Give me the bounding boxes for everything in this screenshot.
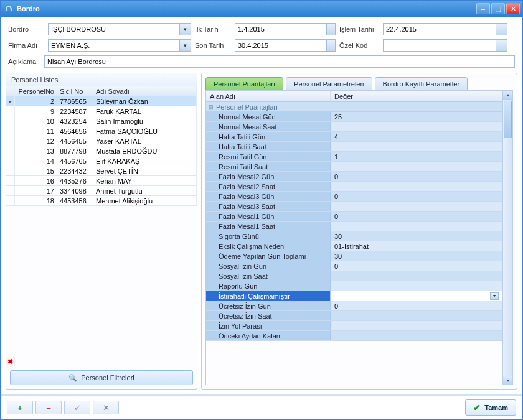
chevron-down-icon[interactable]: ▾	[490, 292, 499, 300]
puantaj-row[interactable]: Fazla Mesai3 Gün0	[206, 192, 502, 202]
cell-deger[interactable]	[331, 311, 502, 320]
table-row[interactable]: 164435276Kenan MAY	[6, 176, 197, 186]
puantaj-row[interactable]: Sigorta Günü30	[206, 231, 502, 241]
puantaj-row[interactable]: Sosyal İzin Gün0	[206, 261, 502, 271]
ellipsis-icon[interactable]: ⋯	[326, 40, 335, 51]
firma-combo[interactable]: ▾	[48, 39, 191, 52]
col-deger[interactable]: Değer	[331, 91, 502, 101]
ellipsis-icon[interactable]: ⋯	[496, 40, 507, 51]
col-personelno[interactable]: PersonelNo	[15, 86, 57, 96]
son-tarih-input[interactable]: ⋯	[235, 39, 336, 52]
cancel-button[interactable]: ✕	[93, 401, 119, 414]
chevron-down-icon[interactable]: ▾	[179, 40, 191, 51]
cell-deger[interactable]	[331, 271, 502, 281]
tab-bordro-kayitli-parametler[interactable]: Bordro Kayıtlı Parametler	[375, 77, 468, 90]
cell-deger[interactable]: 25	[331, 112, 502, 121]
cell-deger[interactable]: 30	[331, 231, 502, 241]
titlebar[interactable]: Bordro – ▢ ✕	[1, 1, 522, 17]
aciklama-input[interactable]	[44, 55, 515, 68]
tamam-button[interactable]: ✔ Tamam	[465, 399, 516, 416]
cell-deger[interactable]: 1	[331, 152, 502, 161]
col-alan-adi[interactable]: Alan Adı	[206, 91, 331, 101]
puantaj-row[interactable]: Normal Mesai Gün25	[206, 112, 502, 122]
cell-deger[interactable]: 0	[331, 192, 502, 201]
bordro-input[interactable]	[49, 24, 179, 35]
cell-deger[interactable]	[331, 142, 502, 151]
confirm-button[interactable]: ✓	[64, 401, 90, 414]
col-sicilno[interactable]: Sicil No	[57, 86, 93, 96]
puantaj-row[interactable]: Ödeme Yapılan Gün Toplamı30	[206, 251, 502, 261]
puantaj-row[interactable]: Fazla Mesai2 Gün0	[206, 172, 502, 182]
puantaj-row[interactable]: Eksik Çalışma Nedeni01-İstirahat	[206, 241, 502, 251]
table-row[interactable]: 92234587Faruk KARTAL	[6, 106, 197, 116]
ozel-kod-input[interactable]: ⋯	[383, 39, 507, 52]
cell-deger[interactable]: 4	[331, 132, 502, 141]
col-adisoyadi[interactable]: Adı Soyadı	[93, 86, 197, 96]
islem-tarih-input[interactable]: ⋯	[383, 23, 507, 35]
bordro-combo[interactable]: ▾	[48, 23, 191, 35]
tab-personel-parametreleri[interactable]: Personel Parametreleri	[286, 77, 372, 90]
cell-deger[interactable]	[331, 122, 502, 131]
table-row[interactable]: 104323254Salih İmamoğlu	[6, 116, 197, 126]
table-row[interactable]: 144456765Elif KARAKAŞ	[6, 156, 197, 166]
puantaj-row[interactable]: Fazla Mesai1 Saat	[206, 222, 502, 231]
puantaj-row[interactable]: Ücretsiz İzin Gün0	[206, 301, 502, 311]
puantaj-row[interactable]: Ücretsiz İzin Saat	[206, 311, 502, 321]
cell-deger[interactable]: 0	[331, 301, 502, 310]
minimize-button[interactable]: –	[476, 3, 490, 14]
table-row[interactable]: 173344098Ahmet Turgutlu	[6, 186, 197, 196]
scroll-thumb[interactable]	[504, 101, 512, 138]
table-row[interactable]: 138877798Mustafa ERDOĞDU	[6, 146, 197, 156]
cell-deger[interactable]	[331, 222, 502, 231]
puantaj-row[interactable]: Hafta Tatili Gün4	[206, 132, 502, 142]
table-row[interactable]: 114564656Fatma SAÇCIOĞLU	[6, 126, 197, 136]
cell-deger[interactable]	[331, 331, 502, 340]
cell-deger[interactable]: 0	[331, 261, 502, 271]
close-button[interactable]: ✕	[506, 3, 520, 14]
table-row[interactable]: 152234432Servet ÇETİN	[6, 166, 197, 176]
maximize-button[interactable]: ▢	[491, 3, 505, 14]
puantaj-grid-body[interactable]: ⊟Personel PuantajlarıNormal Mesai Gün25N…	[206, 102, 502, 385]
scroll-down-button[interactable]: ▾	[503, 376, 512, 385]
vertical-scrollbar[interactable]: ▴ ▾	[502, 91, 512, 385]
group-header[interactable]: ⊟Personel Puantajları	[206, 102, 502, 112]
puantaj-row[interactable]: Önceki Aydan Kalan	[206, 331, 502, 341]
add-button[interactable]: +	[7, 401, 33, 414]
cell-deger[interactable]: 0	[331, 172, 502, 181]
ellipsis-icon[interactable]: ⋯	[496, 24, 507, 35]
scroll-up-button[interactable]: ▴	[503, 91, 512, 100]
puantaj-row[interactable]: Fazla Mesai3 Saat	[206, 202, 502, 212]
cell-deger[interactable]	[331, 281, 502, 291]
scroll-track[interactable]	[503, 100, 512, 376]
puantaj-row[interactable]: Raporlu Gün	[206, 281, 502, 291]
cell-deger[interactable]: 01-İstirahat	[331, 241, 502, 251]
cell-deger[interactable]	[331, 321, 502, 330]
remove-button[interactable]: –	[35, 401, 62, 414]
cell-deger[interactable]: 0	[331, 212, 502, 221]
cell-deger[interactable]	[331, 202, 502, 211]
table-row[interactable]: ▸27786565Süleyman Özkan	[6, 96, 197, 106]
personel-filtreleri-button[interactable]: 🔍 Personel Filtreleri	[10, 370, 193, 385]
chevron-down-icon[interactable]: ▾	[179, 24, 191, 35]
puantaj-row[interactable]: Normal Mesai Saat	[206, 122, 502, 132]
personel-grid-body[interactable]: ▸27786565Süleyman Özkan92234587Faruk KAR…	[6, 96, 197, 357]
table-row[interactable]: 184453456Mehmet Alikişioğlu	[6, 196, 197, 206]
puantaj-row[interactable]: Sosyal İzin Saat	[206, 271, 502, 281]
puantaj-row[interactable]: Resmi Tatil Gün1	[206, 152, 502, 162]
cell-deger[interactable]: ▾	[331, 291, 502, 301]
puantaj-row[interactable]: İzin Yol Parası	[206, 321, 502, 331]
table-row[interactable]: 124456455Yaser KARTAL	[6, 136, 197, 146]
puantaj-row[interactable]: Fazla Mesai1 Gün0	[206, 212, 502, 222]
collapse-icon[interactable]: ⊟	[209, 104, 214, 110]
delete-marker-icon[interactable]: ✖	[6, 357, 15, 366]
cell-deger[interactable]: 30	[331, 251, 502, 261]
ilk-tarih-input[interactable]: ⋯	[235, 23, 336, 35]
tab-personel-puantajlari[interactable]: Personel Puantajları	[205, 77, 283, 90]
puantaj-row[interactable]: İstirahatli Çalışmamıştır▾	[206, 291, 502, 301]
ellipsis-icon[interactable]: ⋯	[326, 24, 335, 35]
row-indicator-header[interactable]	[6, 86, 15, 96]
puantaj-row[interactable]: Hafta Tatili Saat	[206, 142, 502, 152]
cell-deger[interactable]	[331, 182, 502, 191]
cell-deger[interactable]	[331, 162, 502, 171]
puantaj-row[interactable]: Resmi Tatil Saat	[206, 162, 502, 172]
